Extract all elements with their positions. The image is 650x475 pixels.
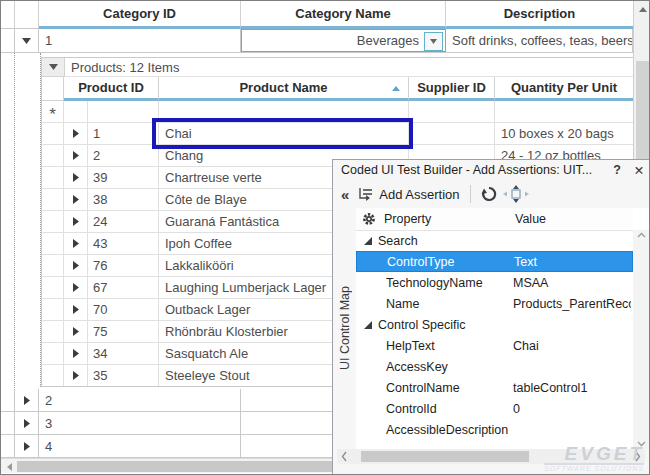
- property-row-displaytext[interactable]: DisplayText tableControl1: [356, 440, 633, 445]
- products-band-label: Products: 12 Items: [65, 58, 633, 77]
- product-id-cell[interactable]: 39: [88, 167, 159, 188]
- cell[interactable]: [159, 101, 409, 122]
- gear-icon: [362, 212, 376, 226]
- row-indicator-cell: [42, 211, 64, 232]
- category-name-combobox[interactable]: Beverages: [241, 29, 446, 52]
- property-grid-horizontal-scrollbar[interactable]: [337, 449, 645, 464]
- scrollbar-thumb[interactable]: [636, 61, 650, 161]
- row-expander[interactable]: [64, 255, 88, 276]
- refresh-icon[interactable]: [481, 186, 497, 202]
- row-expander[interactable]: [64, 321, 88, 342]
- product-id-cell[interactable]: 24: [88, 211, 159, 232]
- combobox-dropdown-button[interactable]: [424, 32, 443, 51]
- scroll-left-button[interactable]: [3, 461, 15, 472]
- row-expander[interactable]: [15, 29, 39, 52]
- property-grid-vertical-scrollbar[interactable]: [633, 230, 650, 449]
- property-row-helptext[interactable]: HelpText Chai: [356, 335, 633, 356]
- scroll-left-chevron[interactable]: [341, 449, 347, 464]
- column-header-product-name[interactable]: Product Name: [159, 77, 409, 101]
- column-header-supplier-id[interactable]: Supplier ID: [409, 77, 495, 101]
- property-row-controltype[interactable]: ControlType Text: [356, 251, 633, 272]
- element-crosshair-icon[interactable]: [503, 185, 529, 203]
- row-expander[interactable]: [64, 233, 88, 254]
- product-id-cell[interactable]: 35: [88, 365, 159, 386]
- group-row-search[interactable]: Search: [356, 230, 633, 251]
- cell[interactable]: [495, 101, 633, 122]
- triangle-up-icon: [639, 7, 647, 12]
- description-cell[interactable]: Soft drinks, coffees, teas, beers, and: [446, 29, 633, 52]
- column-header-label: Product Name: [239, 80, 327, 95]
- collapse-panel-button[interactable]: «: [341, 186, 347, 203]
- detail-collapse-button[interactable]: [42, 58, 65, 77]
- row-expander[interactable]: [15, 412, 39, 434]
- row-expander[interactable]: [64, 145, 88, 166]
- close-button[interactable]: ✕: [628, 163, 650, 178]
- row-expander[interactable]: [64, 167, 88, 188]
- table-row[interactable]: 1 Beverages Soft drinks, coffees, teas, …: [1, 29, 633, 53]
- column-header-category-name[interactable]: Category Name: [241, 1, 446, 29]
- scroll-up-button[interactable]: [634, 1, 650, 18]
- add-assertion-button[interactable]: Add Assertion: [379, 187, 459, 202]
- property-row-name[interactable]: Name Products_ParentRecor: [356, 293, 633, 314]
- product-id-cell[interactable]: 34: [88, 343, 159, 364]
- table-row[interactable]: 1 Chai 10 boxes x 20 bags: [41, 123, 633, 145]
- row-expander[interactable]: [64, 211, 88, 232]
- row-expander[interactable]: [64, 299, 88, 320]
- property-row-controlid[interactable]: ControlId 0: [356, 398, 633, 419]
- product-id-cell[interactable]: 2: [88, 145, 159, 166]
- new-row[interactable]: *: [41, 101, 633, 123]
- value-column-header[interactable]: Value: [515, 212, 546, 226]
- row-indicator-cell: [1, 389, 15, 411]
- row-expander[interactable]: [64, 365, 88, 386]
- group-row-control-specific[interactable]: Control Specific: [356, 314, 633, 335]
- column-header-quantity-per-unit[interactable]: Quantity Per Unit: [495, 77, 633, 101]
- quantity-cell[interactable]: 10 boxes x 20 bags: [495, 123, 633, 144]
- cell[interactable]: [88, 101, 159, 122]
- property-row-technologyname[interactable]: TechnologyName MSAA: [356, 272, 633, 293]
- expanded-triangle-icon: [364, 321, 372, 329]
- dialog-title-bar[interactable]: Coded UI Test Builder - Add Assertions: …: [333, 160, 650, 180]
- category-id-cell[interactable]: 2: [39, 389, 241, 411]
- product-id-cell[interactable]: 1: [88, 123, 159, 144]
- row-indicator-cell: [42, 145, 64, 166]
- scrollbar-thumb[interactable]: [361, 451, 529, 462]
- column-header-category-id[interactable]: Category ID: [39, 1, 241, 29]
- property-row-controlname[interactable]: ControlName tableControl1: [356, 377, 633, 398]
- category-id-cell[interactable]: 3: [39, 412, 241, 434]
- property-name: AccessibleDescription: [386, 423, 511, 437]
- header-indicator-cell: [42, 77, 64, 101]
- product-name-cell[interactable]: Chai: [159, 123, 409, 144]
- help-button[interactable]: ?: [606, 163, 628, 177]
- scroll-up-chevron[interactable]: [633, 232, 650, 238]
- row-expander[interactable]: [15, 389, 39, 411]
- category-id-cell[interactable]: 4: [39, 435, 241, 457]
- supplier-id-cell[interactable]: [409, 123, 495, 144]
- cell[interactable]: [409, 101, 495, 122]
- row-indicator-cell: [42, 255, 64, 276]
- toolbar-separator: [470, 185, 471, 203]
- product-id-cell[interactable]: 67: [88, 277, 159, 298]
- row-expander[interactable]: [64, 277, 88, 298]
- row-expander[interactable]: [64, 123, 88, 144]
- header-corner-cell: [1, 1, 15, 29]
- property-value: Chai: [513, 339, 631, 353]
- property-row-accessibledescription[interactable]: AccessibleDescription: [356, 419, 633, 440]
- row-expander[interactable]: [15, 435, 39, 457]
- scroll-down-chevron[interactable]: [633, 441, 650, 447]
- row-expander[interactable]: [64, 189, 88, 210]
- product-id-cell[interactable]: 76: [88, 255, 159, 276]
- column-header-product-id[interactable]: Product ID: [64, 77, 159, 101]
- product-id-cell[interactable]: 75: [88, 321, 159, 342]
- tab-ui-control-map[interactable]: UI Control Map: [333, 208, 356, 449]
- property-column-header[interactable]: Property: [384, 212, 502, 226]
- triangle-down-icon: [49, 64, 58, 70]
- property-row-accesskey[interactable]: AccessKey: [356, 356, 633, 377]
- product-id-cell[interactable]: 70: [88, 299, 159, 320]
- product-id-cell[interactable]: 43: [88, 233, 159, 254]
- row-expander[interactable]: [64, 343, 88, 364]
- scroll-right-chevron[interactable]: [635, 449, 641, 464]
- column-header-description[interactable]: Description: [446, 1, 633, 29]
- triangle-right-icon: [73, 283, 79, 292]
- category-id-cell[interactable]: 1: [39, 29, 241, 52]
- product-id-cell[interactable]: 38: [88, 189, 159, 210]
